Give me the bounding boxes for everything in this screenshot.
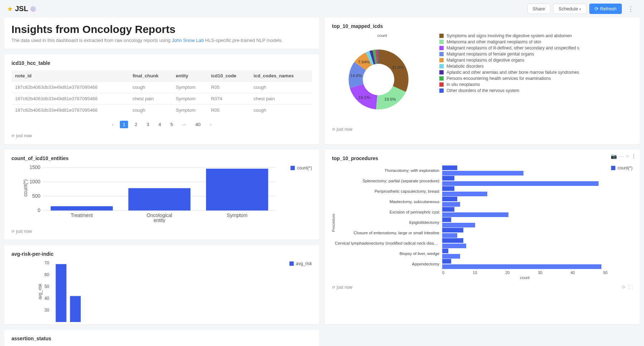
legend-item[interactable]: Malignant neoplasms of digestive organs	[439, 58, 579, 63]
svg-text:Symptom: Symptom	[227, 213, 248, 218]
legend-item[interactable]: Persons encountering health services for…	[439, 76, 579, 81]
hbar-bars	[442, 207, 608, 217]
expand-icon[interactable]: ⛶	[628, 285, 633, 290]
jsl-link[interactable]: John Snow Lab	[172, 38, 204, 43]
bar-legend: count(*)	[611, 165, 633, 170]
hbar-xaxis: 01020304050	[442, 270, 608, 275]
svg-text:Treatment: Treatment	[70, 213, 93, 218]
col-icd10_code[interactable]: icd10_code	[208, 70, 250, 82]
col-icd_codes_names[interactable]: icd_codes_names	[250, 70, 312, 82]
ts-label: just now	[16, 229, 32, 234]
globe-icon[interactable]	[30, 6, 36, 12]
hbar-label: Periprosthetic capsulectomy, breast	[335, 189, 442, 193]
pager-next[interactable]: ›	[207, 121, 214, 128]
topbar-right: Share Schedule▾ ⟳Refresh ⋮	[527, 4, 637, 14]
card-title: assertion_status	[11, 336, 312, 341]
bar-area: 3040506070avg_risk	[11, 261, 286, 323]
legend-item[interactable]: Melanoma and other malignant neoplasms o…	[439, 39, 579, 44]
hbar-a	[442, 186, 454, 191]
donut-chart: count 31.8%19.5%19.1%14.6%7.94%	[332, 33, 432, 122]
entity-bar-card: count_of_icd10_entities 050010001500Trea…	[4, 150, 319, 240]
pager-5[interactable]: 5	[167, 121, 176, 128]
legend-swatch	[439, 40, 444, 44]
topbar-left: ★ JSL	[7, 5, 36, 13]
hbar-a	[442, 165, 457, 170]
card-footer-actions: ⟳ ⛶	[622, 285, 633, 290]
hbar-row: Excision of perinephric cyst	[335, 207, 608, 217]
col-final_chunk[interactable]: final_chunk	[129, 70, 172, 82]
hbar-label: Appendectomy	[335, 262, 442, 266]
pager-prev[interactable]: ‹	[109, 121, 116, 128]
card-title: count_of_icd10_entities	[11, 155, 312, 161]
refresh-button[interactable]: ⟳Refresh	[589, 4, 622, 14]
svg-text:19.5%: 19.5%	[384, 97, 396, 101]
legend-item[interactable]: In situ neoplasms	[439, 82, 579, 87]
dash-icon[interactable]: —	[619, 153, 624, 159]
pager-···[interactable]: ···	[179, 121, 189, 128]
schedule-label: Schedule	[558, 6, 578, 11]
hbar-row: Cervical lymphadenectomy (modified radic…	[335, 238, 608, 248]
donut-wrap: count 31.8%19.5%19.1%14.6%7.94% Symptoms…	[332, 33, 633, 122]
camera-icon[interactable]: 📷	[611, 153, 617, 159]
card-title: icd10_hcc_table	[11, 60, 312, 66]
schedule-button[interactable]: Schedule▾	[553, 4, 586, 14]
xtick: 50	[603, 270, 608, 275]
legend-swatch	[439, 76, 444, 81]
hbar-bars	[442, 176, 608, 186]
pager-3[interactable]: 3	[144, 121, 152, 128]
legend-item[interactable]: Metabolic disorders	[439, 64, 579, 69]
hbar-label: Epiglottidectomy	[335, 220, 442, 225]
kebab-icon[interactable]: ⋮	[631, 153, 636, 159]
svg-text:0: 0	[38, 208, 40, 213]
pager-4[interactable]: 4	[156, 121, 164, 128]
pager-1[interactable]: 1	[120, 121, 128, 128]
hbar-b	[442, 192, 487, 196]
svg-text:7.94%: 7.94%	[358, 60, 370, 64]
table-row[interactable]: 187c82b4063db33e49d81e3787095466coughSym…	[11, 105, 312, 116]
hbar-row: Epiglottidectomy	[335, 217, 608, 227]
star-icon[interactable]: ★	[7, 5, 13, 13]
legend-swatch	[439, 88, 444, 93]
table-cell: cough	[129, 105, 172, 116]
svg-text:70: 70	[44, 261, 49, 265]
hbar-row: Closure of enterostomy, large or small i…	[335, 228, 608, 238]
legend-item[interactable]: Symptoms and signs involving the digesti…	[439, 33, 579, 38]
hbar-bars	[442, 249, 608, 259]
legend-swatch	[439, 70, 444, 75]
pager-2[interactable]: 2	[132, 121, 140, 128]
ts-label: just now	[16, 133, 32, 138]
desc-before: The data used in this dashboard is extra…	[11, 38, 172, 43]
legend-item[interactable]: Malignant neoplasms of ill-defined, othe…	[439, 45, 579, 51]
col-entity[interactable]: entity	[172, 70, 208, 82]
share-button[interactable]: Share	[527, 4, 551, 14]
hbar-area: Procedure Thoracotomy; with explorationS…	[332, 165, 608, 280]
pager-40[interactable]: 40	[192, 121, 203, 128]
hbar-bars	[442, 259, 608, 269]
timestamp: ⟳just now	[332, 127, 633, 132]
pager: ‹12345···40›	[11, 121, 312, 128]
hbar-a	[442, 176, 454, 181]
col-note_id[interactable]: note_id	[11, 70, 129, 82]
legend-item[interactable]: Aplastic and other anemias and other bon…	[439, 70, 579, 75]
legend-item[interactable]: Malignant neoplasms of female genital or…	[439, 52, 579, 57]
refresh-small-icon: ⟳	[11, 134, 15, 138]
table-row[interactable]: 187c82b4063db33e49d81e3787095466chest pa…	[11, 93, 312, 105]
hbar-a	[442, 207, 454, 212]
avg-risk-card: avg-risk-per-indic 3040506070avg_risk av…	[4, 245, 319, 324]
table-row[interactable]: 187c82b4063db33e49d81e3787095466coughSym…	[11, 82, 312, 93]
table-cell: cough	[250, 82, 312, 93]
kebab-icon[interactable]: ⋮	[625, 5, 637, 13]
legend-item[interactable]: Other disorders of the nervous system	[439, 88, 579, 93]
dashboard-grid: Insights from Oncology Reports The data …	[0, 18, 644, 346]
legend-swatch	[439, 34, 444, 38]
hbar-row: Splenectomy; partial (separate procedure…	[335, 176, 608, 186]
bars-icon[interactable]: ≡	[626, 153, 629, 159]
xtick: 40	[571, 270, 575, 275]
legend-swatch	[439, 82, 444, 87]
app-name: JSL	[15, 5, 28, 13]
hbar-row: Biopsy of liver, wedge	[335, 249, 608, 259]
refresh-icon[interactable]: ⟳	[622, 285, 625, 290]
legend-label: Melanoma and other malignant neoplasms o…	[447, 39, 541, 44]
svg-text:30: 30	[44, 308, 49, 313]
procedures-card: 📷 — ≡ ⋮ top_10_procedures Procedure Thor…	[325, 150, 640, 324]
